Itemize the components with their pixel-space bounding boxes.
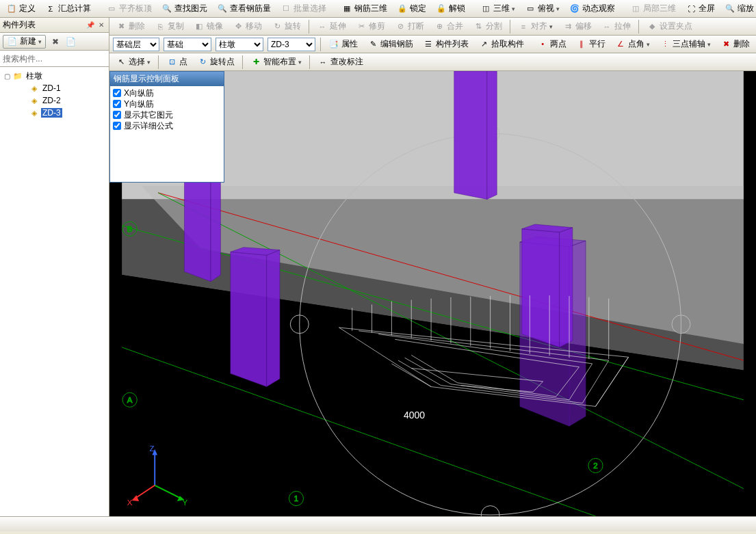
- search-icon: 🔍: [217, 3, 228, 14]
- set-grip-button[interactable]: ◆设置夹点: [642, 19, 696, 34]
- three-pt-aux-button[interactable]: ⋮三点辅轴▾: [655, 37, 715, 52]
- chevron-down-icon: ▾: [707, 41, 711, 48]
- extend-button[interactable]: ↔延伸: [313, 19, 350, 34]
- select-button[interactable]: ↖选择▾: [112, 55, 155, 70]
- copy-button[interactable]: ⎘复制: [151, 19, 188, 34]
- tree-root[interactable]: ▢ 📁 柱墩: [1, 70, 107, 82]
- zoom-button[interactable]: 🔍缩放▾: [720, 1, 756, 16]
- checkbox-input[interactable]: [113, 89, 121, 97]
- checkbox-show-formula[interactable]: 显示详细公式: [113, 120, 221, 131]
- 3d-button[interactable]: ◫三维▾: [476, 1, 519, 16]
- break-button[interactable]: ⊘打断: [391, 19, 428, 34]
- pin-icon[interactable]: 📌: [86, 21, 95, 30]
- rebar-display-panel[interactable]: 钢筋显示控制面板 X向纵筋 Y向纵筋 显示其它图元 显示详细公式: [109, 71, 224, 183]
- pick-component-button[interactable]: ↗拾取构件: [474, 37, 528, 52]
- svg-marker-24: [522, 229, 560, 347]
- tree-item[interactable]: ◈ZD-2: [18, 94, 107, 107]
- split-button[interactable]: ⇅分割: [469, 19, 506, 34]
- svg-text:A: A: [127, 396, 133, 404]
- rebar-3d-button[interactable]: ▦钢筋三维: [337, 1, 391, 16]
- delete-icon: ✖: [116, 21, 127, 32]
- smart-place-button[interactable]: ✚智能布置▾: [246, 55, 306, 70]
- pick-icon: ↗: [478, 39, 489, 50]
- batch-select-button[interactable]: ☐批量选择: [276, 1, 330, 16]
- lock-button[interactable]: 🔒锁定: [393, 1, 430, 16]
- search-input[interactable]: [0, 53, 108, 65]
- float-panel-body: X向纵筋 Y向纵筋 显示其它图元 显示详细公式: [110, 86, 224, 182]
- merge-icon: ⊕: [434, 21, 445, 32]
- main-area: 构件列表 📌 ✕ 📄新建▾ ✖ 📄 🔍 ▢ 📁 柱墩 ◈ZD-1 ◈ZD-2 ◈…: [0, 18, 756, 516]
- offset-icon: ⇉: [562, 21, 573, 32]
- panel-title: 构件列表: [3, 19, 84, 31]
- 3d-viewport[interactable]: 钢筋显示控制面板 X向纵筋 Y向纵筋 显示其它图元 显示详细公式: [109, 71, 756, 516]
- checkbox-input[interactable]: [113, 100, 121, 108]
- item-select[interactable]: ZD-3: [268, 38, 315, 51]
- type-select[interactable]: 柱墩: [216, 38, 263, 51]
- grid-icon: ▦: [341, 3, 352, 14]
- close-icon[interactable]: ✕: [96, 21, 106, 30]
- mirror-icon: ◧: [194, 21, 205, 32]
- rotate-button[interactable]: ↻旋转: [268, 19, 305, 34]
- rotate-point-button[interactable]: ↻旋转点: [193, 55, 239, 70]
- unlock-button[interactable]: 🔓解锁: [432, 1, 469, 16]
- category-select[interactable]: 基础: [164, 38, 211, 51]
- dynamic-observe-button[interactable]: 🌀动态观察: [565, 1, 619, 16]
- float-panel-title[interactable]: 钢筋显示控制面板: [110, 72, 224, 86]
- svg-marker-13: [184, 176, 210, 282]
- align-top-button[interactable]: ▭平齐板顶: [102, 1, 156, 16]
- mirror-button[interactable]: ◧镜像: [190, 19, 227, 34]
- svg-marker-16: [231, 252, 267, 386]
- layer-select[interactable]: 基础层: [113, 38, 159, 51]
- checkbox-input[interactable]: [113, 122, 121, 130]
- checkbox-y-long[interactable]: Y向纵筋: [113, 98, 221, 109]
- parallel-button[interactable]: ∥平行: [572, 37, 610, 52]
- component-tree[interactable]: ▢ 📁 柱墩 ◈ZD-1 ◈ZD-2 ◈ZD-3: [0, 67, 109, 516]
- props-icon: 📑: [328, 39, 339, 50]
- unlock-icon: 🔓: [436, 3, 447, 14]
- delete-aux-button[interactable]: ✖删除: [716, 37, 754, 52]
- move-button[interactable]: ✥移动: [229, 19, 266, 34]
- checkbox-x-long[interactable]: X向纵筋: [113, 88, 221, 98]
- chevron-down-icon: ▾: [647, 41, 650, 48]
- trim-button[interactable]: ✂修剪: [352, 19, 389, 34]
- check-dim-button[interactable]: ↔查改标注: [313, 55, 367, 70]
- stretch-button[interactable]: ↔拉伸: [597, 19, 635, 34]
- tree-item[interactable]: ◈ZD-1: [18, 82, 107, 94]
- copy-icon[interactable]: 📄: [65, 36, 76, 47]
- checkbox-show-others[interactable]: 显示其它图元: [113, 109, 221, 120]
- list-icon: ☰: [423, 39, 434, 50]
- point-angle-button[interactable]: ∠点角▾: [611, 37, 654, 52]
- main-toolbar: 📋定义 Σ汇总计算 ▭平齐板顶 🔍查找图元 🔍查看钢筋量 ☐批量选择 ▦钢筋三维…: [0, 0, 756, 18]
- tree-item[interactable]: ◈ZD-3: [18, 107, 107, 119]
- copy-icon: ⎘: [155, 21, 166, 32]
- local-3d-button[interactable]: ◫局部三维: [626, 1, 680, 16]
- fullscreen-icon: ⛶: [686, 3, 696, 14]
- find-unit-button[interactable]: 🔍查找图元: [157, 1, 211, 16]
- merge-button[interactable]: ⊕合并: [430, 19, 467, 34]
- checkbox-input[interactable]: [113, 111, 121, 119]
- edit-rebar-button[interactable]: ✎编辑钢筋: [363, 37, 417, 52]
- fullscreen-button[interactable]: ⛶全屏: [681, 1, 719, 16]
- delete-icon[interactable]: ✖: [50, 36, 61, 47]
- break-icon: ⊘: [395, 21, 406, 32]
- align-button[interactable]: ≡对齐▾: [514, 19, 557, 34]
- view-rebar-button[interactable]: 🔍查看钢筋量: [213, 1, 275, 16]
- top-view-button[interactable]: ▭俯视▾: [521, 1, 564, 16]
- component-list-button[interactable]: ☰构件列表: [419, 37, 473, 52]
- define-button[interactable]: 📋定义: [2, 1, 40, 16]
- sigma-calc-button[interactable]: Σ汇总计算: [41, 1, 95, 16]
- smart-icon: ✚: [250, 57, 261, 68]
- delete-button[interactable]: ✖删除: [112, 19, 149, 34]
- offset-button[interactable]: ⇉偏移: [558, 19, 596, 34]
- collapse-icon[interactable]: ▢: [3, 72, 11, 80]
- sheet-icon: ▭: [525, 3, 536, 14]
- edit-icon: ✎: [367, 39, 378, 50]
- svg-marker-25: [560, 228, 573, 347]
- point-button[interactable]: ⊡点: [162, 55, 192, 70]
- two-point-button[interactable]: ⦁两点: [533, 37, 571, 52]
- properties-button[interactable]: 📑属性: [324, 37, 362, 52]
- new-button[interactable]: 📄新建▾: [3, 35, 46, 49]
- tree-item-label: ZD-3: [41, 108, 62, 118]
- aux-axis-icon: ⋮: [660, 39, 670, 50]
- form-icon: 📋: [6, 3, 17, 14]
